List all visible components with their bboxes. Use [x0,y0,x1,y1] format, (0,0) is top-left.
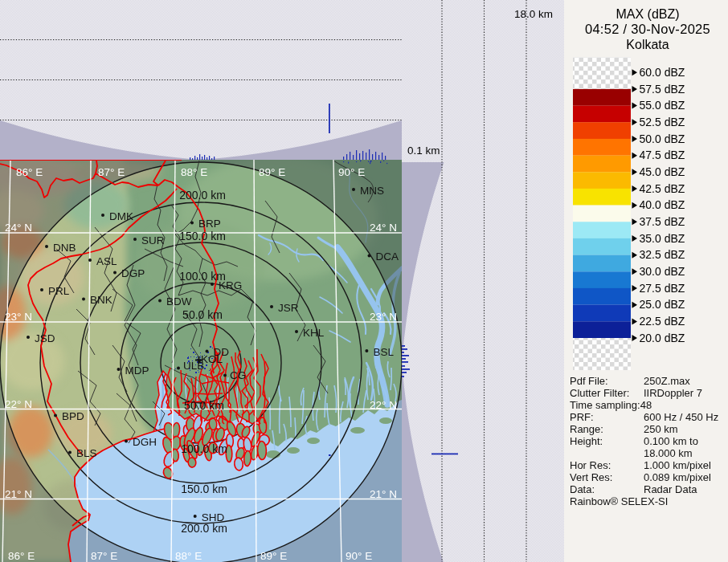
svg-text:BNK: BNK [90,294,112,306]
svg-text:KHL: KHL [303,327,325,339]
svg-text:0.089 km/pixel: 0.089 km/pixel [644,471,711,483]
svg-text:Radar Data: Radar Data [644,483,697,495]
svg-text:24° N: 24° N [5,222,32,234]
svg-text:04:52 / 30-Nov-2025: 04:52 / 30-Nov-2025 [585,22,710,36]
svg-text:89° E: 89° E [260,550,287,562]
svg-text:250Z.max: 250Z.max [644,375,690,387]
svg-text:KRG: KRG [219,279,242,291]
svg-text:52.5 dBZ: 52.5 dBZ [640,116,685,128]
svg-text:57.5 dBZ: 57.5 dBZ [640,83,685,96]
svg-text:PRL: PRL [48,285,70,297]
svg-text:MDP: MDP [125,364,149,377]
svg-text:23° N: 23° N [370,311,397,323]
svg-text:DNB: DNB [53,242,76,254]
svg-text:MAX (dBZ): MAX (dBZ) [616,7,679,21]
svg-text:35.0 dBZ: 35.0 dBZ [640,232,685,245]
svg-text:JSD: JSD [35,332,55,344]
svg-text:25.0 dBZ: 25.0 dBZ [640,298,685,311]
svg-text:18.0 km: 18.0 km [514,8,553,20]
svg-text:90° E: 90° E [346,550,372,562]
svg-text:50.0 km: 50.0 km [182,308,223,321]
svg-text:DGP: DGP [121,267,145,279]
svg-text:21° N: 21° N [370,488,397,500]
svg-text:22° N: 22° N [370,399,397,411]
svg-text:1.000 km/pixel: 1.000 km/pixel [644,459,711,471]
svg-text:250 km: 250 km [644,423,678,435]
svg-text:BPD: BPD [62,410,84,422]
svg-text:45.0 dBZ: 45.0 dBZ [640,165,685,178]
svg-text:Range:: Range: [570,423,603,435]
svg-text:IIRDoppler 7: IIRDoppler 7 [644,387,702,399]
svg-text:CG: CG [230,369,246,381]
svg-text:Hor Res:: Hor Res: [570,459,611,471]
svg-text:BLS: BLS [76,447,97,459]
svg-text:Clutter Filter:: Clutter Filter: [570,387,629,399]
svg-text:86° E: 86° E [16,166,43,178]
svg-text:90° E: 90° E [338,166,365,178]
svg-text:Time sampling:48: Time sampling:48 [570,399,652,411]
svg-text:88° E: 88° E [181,166,207,178]
svg-text:Kolkata: Kolkata [626,38,669,51]
svg-text:200.0 km: 200.0 km [181,522,227,535]
svg-text:89° E: 89° E [259,166,285,178]
svg-text:150.0 km: 150.0 km [181,483,227,495]
svg-text:37.5 dBZ: 37.5 dBZ [640,215,685,228]
svg-text:87° E: 87° E [91,550,117,562]
svg-text:30.0 dBZ: 30.0 dBZ [640,265,685,278]
svg-text:22.5 dBZ: 22.5 dBZ [640,315,685,328]
svg-text:Pdf File:: Pdf File: [570,375,608,387]
svg-text:50.0 dBZ: 50.0 dBZ [640,132,685,145]
svg-text:55.0 dBZ: 55.0 dBZ [640,99,685,112]
svg-text:Vert Res:: Vert Res: [570,471,612,483]
svg-text:DGH: DGH [133,436,157,448]
svg-text:SHD: SHD [202,511,225,523]
svg-text:200.0 km: 200.0 km [179,189,226,202]
svg-text:DMK: DMK [109,210,133,222]
svg-text:0.100 km to: 0.100 km to [644,435,698,447]
svg-text:BRP: BRP [198,218,221,230]
svg-text:ULB: ULB [183,360,204,372]
svg-text:Rainbow® SELEX-SI: Rainbow® SELEX-SI [570,495,668,507]
svg-text:27.5 dBZ: 27.5 dBZ [640,282,685,295]
svg-text:22° N: 22° N [5,398,32,410]
svg-text:88° E: 88° E [175,550,202,562]
svg-text:100.0 km: 100.0 km [181,442,227,455]
svg-text:SUR: SUR [141,234,165,246]
svg-text:42.5 dBZ: 42.5 dBZ [640,182,685,195]
svg-text:23° N: 23° N [5,311,32,323]
svg-text:600 Hz / 450 Hz: 600 Hz / 450 Hz [644,411,718,423]
svg-text:0.1 km: 0.1 km [407,145,440,157]
svg-text:Height:: Height: [570,435,603,447]
svg-text:DCA: DCA [376,250,399,263]
svg-text:20.0 dBZ: 20.0 dBZ [640,332,685,344]
svg-text:JSR: JSR [278,302,299,314]
svg-text:47.5 dBZ: 47.5 dBZ [640,149,685,161]
svg-text:PRF:: PRF: [570,411,594,423]
svg-text:Data:: Data: [570,483,595,495]
svg-text:24° N: 24° N [370,222,397,234]
svg-text:87° E: 87° E [98,166,125,178]
svg-text:BSL: BSL [373,346,394,358]
svg-text:50.0 km: 50.0 km [184,399,224,412]
svg-text:18.000 km: 18.000 km [644,447,693,459]
svg-text:86° E: 86° E [8,550,35,562]
svg-text:60.0 dBZ: 60.0 dBZ [640,66,685,79]
svg-text:MNS: MNS [360,185,384,197]
svg-text:BDW: BDW [166,295,192,307]
svg-text:21° N: 21° N [5,488,32,500]
svg-text:150.0 km: 150.0 km [179,230,226,242]
svg-text:ASL: ASL [96,255,117,267]
svg-text:40.0 dBZ: 40.0 dBZ [640,198,685,211]
svg-text:32.5 dBZ: 32.5 dBZ [640,248,685,261]
